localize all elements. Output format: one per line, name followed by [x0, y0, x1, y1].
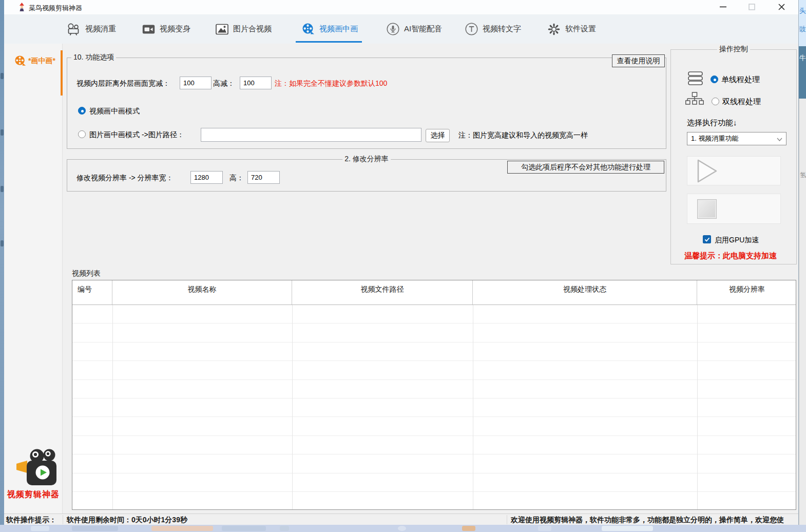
- taskbar-icon-blur: [151, 526, 213, 531]
- film-reel-icon: [14, 55, 26, 69]
- maximize-button[interactable]: [743, 1, 760, 13]
- status-separator: [63, 515, 63, 524]
- choose-image-button[interactable]: 选择: [426, 129, 450, 142]
- taskbar-icon-blur: [602, 526, 653, 531]
- background-window-edge: 头 豉 牛 氢: [799, 0, 806, 525]
- active-indicator-bar: [61, 50, 63, 96]
- inner-height-label: 高减：: [213, 79, 235, 88]
- taskbar-icon-blur: [72, 526, 118, 531]
- tab-ai-dubbing[interactable]: AI智能配音: [387, 14, 442, 44]
- desktop-icon-fragment: [1, 186, 4, 192]
- tab-label: 视频消重: [85, 24, 116, 34]
- double-thread-icon: [685, 92, 704, 108]
- function-options-group: 10. 功能选项 查看使用说明 视频内层距离外层画面宽减： 高减： 注：如果完全…: [67, 58, 666, 149]
- resolution-width-input[interactable]: [190, 171, 223, 184]
- close-button[interactable]: [773, 1, 790, 13]
- movie-camera-icon: [67, 23, 81, 35]
- screen: 菜鸟视频剪辑神器: [0, 0, 806, 532]
- gpu-checkbox[interactable]: [703, 235, 711, 243]
- single-thread-radio[interactable]: [711, 75, 718, 83]
- taskbar[interactable]: [0, 525, 806, 532]
- operation-control-panel: 操作控制 单线程处理: [670, 49, 797, 264]
- tab-video-transform[interactable]: 视频变身: [142, 14, 190, 44]
- taskbar-icon-blur: [398, 526, 406, 531]
- status-separator: [507, 515, 507, 524]
- app-window: 菜鸟视频剪辑神器: [4, 0, 799, 525]
- window-title: 菜鸟视频剪辑神器: [29, 4, 82, 13]
- tab-label: 视频转文字: [483, 24, 521, 34]
- tab-label: 视频变身: [160, 24, 190, 34]
- status-bar: 软件操作提示： 软件使用剩余时间：0天0小时1分39秒 欢迎使用视频剪辑神器，软…: [4, 514, 798, 525]
- stop-icon: [697, 199, 717, 219]
- group-title: 2. 修改分辨率: [342, 155, 391, 164]
- desktop-icon-fragment: [1, 240, 4, 246]
- inner-width-input[interactable]: [180, 77, 212, 89]
- background-window-fragment: 氢: [799, 99, 806, 525]
- image-path-input[interactable]: [201, 128, 421, 142]
- status-tip-label: 软件操作提示：: [6, 516, 56, 525]
- gpu-support-tip: 温馨提示：此电脑支持加速: [684, 251, 777, 261]
- sidebar-item-label: *画中画*: [28, 56, 55, 66]
- single-thread-icon: [687, 70, 703, 88]
- gpu-checkbox-label: 启用GPU加速: [715, 236, 759, 245]
- video-camera-icon: [142, 24, 155, 35]
- clipped-text-fragment: 头: [799, 6, 806, 15]
- microphone-icon: [387, 23, 399, 35]
- tab-video-dedup[interactable]: 视频消重: [67, 14, 116, 44]
- video-pip-mode-radio[interactable]: [78, 107, 86, 115]
- clipped-text-fragment: 豉: [799, 25, 806, 34]
- inner-height-input[interactable]: [240, 77, 272, 89]
- app-logo-icon: [17, 3, 26, 14]
- tab-settings[interactable]: 软件设置: [547, 14, 596, 44]
- taskbar-icon-blur: [462, 526, 475, 531]
- play-icon: [697, 159, 718, 183]
- desktop-icon-fragment: [1, 73, 4, 79]
- video-pip-mode-label: 视频画中画模式: [89, 107, 140, 116]
- start-button[interactable]: [687, 156, 781, 185]
- group-title: 操作控制: [717, 45, 750, 54]
- text-circle-icon: [465, 23, 478, 35]
- film-reel-icon: [302, 23, 315, 35]
- column-divider: [697, 305, 698, 509]
- view-instructions-button[interactable]: 查看使用说明: [612, 54, 665, 67]
- default-param-note: 注：如果完全不懂建议参数默认100: [275, 79, 387, 88]
- tab-video-to-text[interactable]: 视频转文字: [465, 14, 521, 44]
- taskbar-icon-blur: [280, 526, 289, 531]
- image-pip-mode-label: 图片画中画模式 ->图片路径：: [89, 130, 184, 140]
- double-thread-label: 双线程处理: [722, 97, 761, 107]
- status-remaining-time: 软件使用剩余时间：0天0小时1分39秒: [67, 516, 187, 525]
- gear-icon: [547, 23, 561, 36]
- background-window-fragment: 头 豉: [799, 0, 806, 46]
- function-select-dropdown[interactable]: 1. 视频消重功能: [687, 132, 786, 145]
- double-thread-radio[interactable]: [712, 98, 719, 105]
- resolution-height-input[interactable]: [247, 171, 280, 184]
- resolution-label: 修改视频分辨率 -> 分辨率宽：: [76, 174, 174, 183]
- sidebar-item-pip[interactable]: *画中画*: [14, 55, 63, 70]
- single-thread-label: 单线程处理: [721, 75, 760, 85]
- image-pip-mode-radio[interactable]: [78, 130, 86, 138]
- table-header-row: 编号 视频名称 视频文件路径 视频处理状态 视频分辨率: [72, 280, 796, 305]
- minimize-button[interactable]: [715, 1, 731, 13]
- chevron-down-icon: [777, 135, 782, 143]
- status-welcome-text: 欢迎使用视频剪辑神器，软件功能非常多，功能都是独立分明的，操作简单，欢迎您使: [511, 516, 784, 525]
- column-header-index: 编号: [72, 280, 112, 305]
- group-title: 10. 功能选项: [71, 53, 116, 62]
- sidebar: *画中画* 视频剪辑神器: [4, 44, 63, 514]
- tab-bar: 视频消重 视频变身: [4, 14, 798, 44]
- exclusive-process-button[interactable]: 勾选此项后程序不会对其他功能进行处理: [507, 161, 664, 174]
- taskbar-icon-blur: [31, 526, 49, 531]
- desktop-edge-left: [0, 0, 4, 532]
- logo-caption: 视频剪辑神器: [6, 489, 61, 500]
- background-window-fragment: 牛: [799, 46, 806, 99]
- inner-width-label: 视频内层距离外层画面宽减：: [76, 79, 170, 88]
- tab-label: 视频画中画: [319, 24, 358, 34]
- tab-video-pip[interactable]: 视频画中画: [302, 14, 358, 44]
- stop-button[interactable]: [687, 194, 781, 224]
- video-list-table: 编号 视频名称 视频文件路径 视频处理状态 视频分辨率: [72, 280, 796, 510]
- tab-image-to-video[interactable]: 图片合视频: [216, 14, 272, 44]
- select-function-label: 选择执行功能↓: [687, 118, 737, 128]
- column-header-status: 视频处理状态: [473, 280, 697, 305]
- column-header-resolution: 视频分辨率: [697, 280, 797, 305]
- column-header-path: 视频文件路径: [292, 280, 473, 305]
- title-bar: 菜鸟视频剪辑神器: [4, 0, 798, 14]
